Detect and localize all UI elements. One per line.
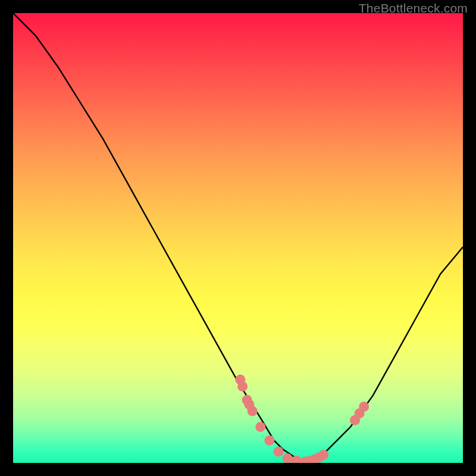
- watermark-text: TheBottleneck.com: [359, 1, 468, 15]
- chart-background: [13, 13, 463, 463]
